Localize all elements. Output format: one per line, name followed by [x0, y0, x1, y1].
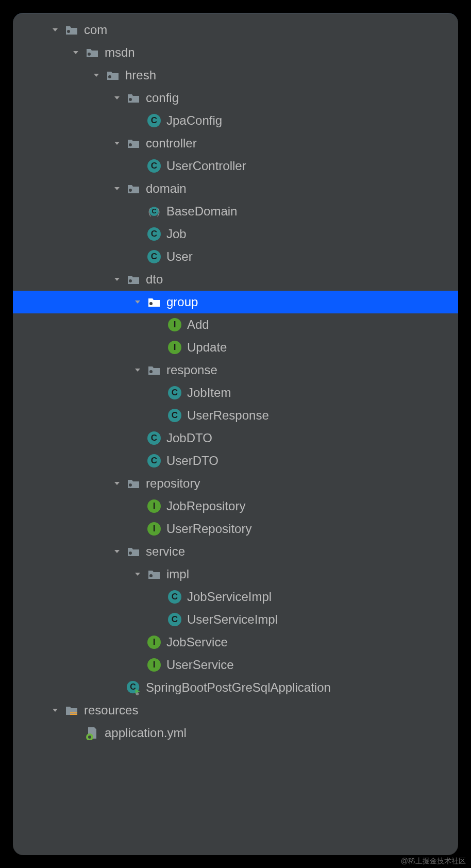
- tree-row[interactable]: msdn: [13, 41, 458, 64]
- chevron-down-icon[interactable]: [111, 182, 123, 195]
- class-icon: C: [167, 408, 182, 423]
- tree-item-label: JobService: [166, 635, 228, 649]
- class-icon: C: [167, 590, 182, 604]
- tree-row[interactable]: CJobDTO: [13, 427, 458, 449]
- svg-text:C: C: [151, 252, 157, 261]
- tree-row[interactable]: CUserServiceImpl: [13, 608, 458, 631]
- chevron-down-icon[interactable]: [90, 69, 103, 81]
- svg-point-24: [149, 370, 153, 373]
- svg-text:C: C: [151, 161, 157, 171]
- svg-rect-51: [70, 712, 77, 713]
- yaml-file-icon: [85, 726, 99, 740]
- chevron-down-icon[interactable]: [49, 704, 61, 716]
- tree-row[interactable]: IJobService: [13, 631, 458, 654]
- tree-row[interactable]: IUpdate: [13, 336, 458, 359]
- svg-text:C: C: [151, 115, 157, 125]
- project-tree: commsdnhreshconfigCJpaConfigcontrollerCU…: [13, 19, 458, 744]
- tree-row[interactable]: CUserController: [13, 155, 458, 177]
- svg-point-38: [129, 552, 132, 555]
- svg-text:I: I: [174, 320, 176, 329]
- tree-item-label: JobItem: [187, 386, 231, 400]
- tree-row[interactable]: IUserRepository: [13, 518, 458, 540]
- tree-row[interactable]: CJobServiceImpl: [13, 586, 458, 608]
- interface-icon: I: [147, 658, 161, 672]
- tree-item-label: JobRepository: [166, 499, 245, 513]
- svg-point-54: [88, 736, 91, 739]
- tree-row[interactable]: controller: [13, 132, 458, 155]
- tree-row[interactable]: com: [13, 19, 458, 41]
- runnable-class-icon: C: [126, 680, 141, 695]
- svg-text:C: C: [130, 682, 136, 691]
- tree-item-label: UserService: [166, 658, 234, 672]
- tree-row[interactable]: IUserService: [13, 654, 458, 676]
- chevron-down-icon[interactable]: [131, 568, 144, 580]
- tree-item-label: UserController: [166, 159, 246, 173]
- chevron-down-icon[interactable]: [111, 137, 123, 149]
- folder-icon: [147, 567, 161, 581]
- tree-item-label: Update: [187, 340, 227, 355]
- tree-row[interactable]: CSpringBootPostGreSqlApplication: [13, 676, 458, 699]
- interface-icon: I: [147, 499, 161, 513]
- tree-row[interactable]: repository: [13, 472, 458, 495]
- folder-icon: [126, 136, 141, 151]
- svg-text:I: I: [153, 660, 156, 670]
- tree-row[interactable]: dto: [13, 268, 458, 291]
- folder-icon: [126, 476, 141, 491]
- tree-row[interactable]: CJobItem: [13, 381, 458, 404]
- interface-icon: I: [147, 635, 161, 649]
- tree-row[interactable]: (C)BaseDomain: [13, 200, 458, 223]
- tree-row[interactable]: hresh: [13, 64, 458, 87]
- tree-row[interactable]: resources: [13, 699, 458, 722]
- tree-row[interactable]: CJpaConfig: [13, 109, 458, 132]
- chevron-down-icon[interactable]: [70, 46, 82, 59]
- svg-text:): ): [157, 206, 160, 216]
- tree-row[interactable]: response: [13, 359, 458, 381]
- tree-item-label: hresh: [125, 68, 156, 82]
- tree-item-label: impl: [166, 567, 189, 581]
- class-icon: C: [147, 431, 161, 445]
- tree-row[interactable]: CUserDTO: [13, 449, 458, 472]
- svg-point-33: [129, 483, 132, 487]
- svg-text:I: I: [153, 524, 156, 533]
- chevron-down-icon[interactable]: [111, 273, 123, 286]
- tree-row[interactable]: config: [13, 87, 458, 109]
- tree-item-label: UserResponse: [187, 408, 269, 423]
- tree-item-label: group: [166, 295, 198, 309]
- svg-text:C: C: [152, 208, 157, 215]
- tree-item-label: JobServiceImpl: [187, 590, 272, 604]
- chevron-down-icon[interactable]: [49, 24, 61, 36]
- tree-row[interactable]: domain: [13, 177, 458, 200]
- tree-item-label: domain: [146, 181, 187, 196]
- interface-icon: I: [147, 522, 161, 536]
- folder-icon: [126, 181, 141, 196]
- tree-row[interactable]: IAdd: [13, 313, 458, 336]
- tree-item-label: UserRepository: [166, 522, 251, 536]
- tree-row[interactable]: CJob: [13, 223, 458, 245]
- chevron-down-icon[interactable]: [111, 92, 123, 104]
- tree-row[interactable]: CUser: [13, 245, 458, 268]
- tree-item-label: JpaConfig: [166, 113, 222, 128]
- tree-item-label: controller: [146, 136, 197, 151]
- tree-row[interactable]: application.yml: [13, 722, 458, 744]
- chevron-down-icon[interactable]: [131, 364, 144, 376]
- folder-icon: [147, 295, 161, 309]
- chevron-down-icon[interactable]: [131, 296, 144, 308]
- svg-point-9: [129, 189, 132, 192]
- tree-item-label: com: [84, 23, 107, 37]
- svg-text:C: C: [172, 410, 178, 420]
- chevron-down-icon[interactable]: [111, 545, 123, 558]
- svg-point-39: [149, 574, 153, 577]
- tree-row[interactable]: service: [13, 540, 458, 563]
- folder-icon: [85, 45, 99, 60]
- tree-item-label: config: [146, 91, 179, 105]
- tree-row[interactable]: impl: [13, 563, 458, 586]
- tree-row[interactable]: IJobRepository: [13, 495, 458, 518]
- chevron-down-icon[interactable]: [111, 477, 123, 490]
- class-icon: C: [167, 612, 182, 627]
- tree-row[interactable]: CUserResponse: [13, 404, 458, 427]
- svg-point-6: [129, 143, 132, 146]
- svg-point-18: [129, 279, 132, 282]
- class-icon: C: [147, 113, 161, 128]
- tree-item-label: service: [146, 544, 185, 559]
- tree-row[interactable]: group: [13, 291, 458, 313]
